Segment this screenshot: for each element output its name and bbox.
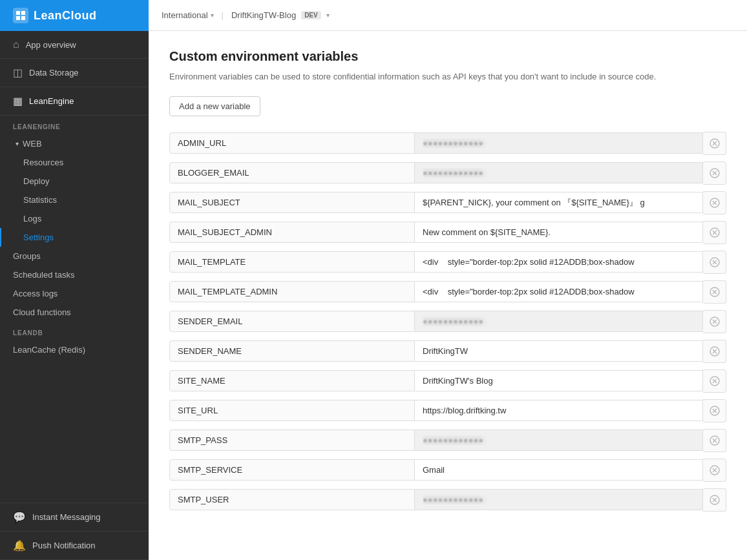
sidebar-item-deploy[interactable]: Deploy: [0, 172, 149, 191]
table-row: [169, 310, 726, 333]
sidebar-item-push-notification[interactable]: 🔔 Push Notification: [0, 532, 149, 560]
var-value-input[interactable]: [415, 162, 703, 183]
sidebar-item-resources[interactable]: Resources: [0, 153, 149, 172]
page-title: Custom environment variables: [169, 49, 726, 64]
nav-label: Data Storage: [29, 68, 79, 78]
var-key-input[interactable]: [169, 311, 415, 332]
variables-list: [169, 132, 726, 512]
table-row: [169, 280, 726, 304]
var-value-input[interactable]: [415, 340, 703, 362]
table-row: [169, 191, 726, 214]
database-icon: ◫: [13, 67, 23, 79]
var-key-input[interactable]: [169, 489, 415, 510]
logo-icon: [13, 8, 28, 23]
topbar-separator: |: [222, 10, 224, 20]
sidebar-item-settings[interactable]: Settings: [0, 228, 149, 247]
var-value-input[interactable]: [415, 370, 703, 391]
sidebar-item-statistics[interactable]: Statistics: [0, 191, 149, 209]
delete-variable-button[interactable]: [703, 191, 726, 214]
topbar-international[interactable]: International ▾: [162, 10, 214, 20]
delete-variable-button[interactable]: [703, 251, 726, 274]
table-row: [169, 251, 726, 274]
main-area: International ▾ | DriftKingTW-Blog DEV ▾…: [149, 0, 747, 560]
sidebar-item-groups[interactable]: Groups: [0, 247, 149, 265]
var-key-input[interactable]: [169, 400, 415, 421]
chevron-down-icon-2: ▾: [326, 12, 330, 19]
svg-rect-0: [16, 11, 20, 15]
sidebar-item-leanengine[interactable]: ▦ LeanEngine: [0, 87, 149, 116]
sidebar-item-instant-messaging[interactable]: 💬 Instant Messaging: [0, 503, 149, 532]
sidebar-logo[interactable]: LeanCloud: [0, 0, 149, 31]
delete-variable-button[interactable]: [703, 161, 726, 185]
content-area: Custom environment variables Environment…: [149, 31, 747, 560]
delete-variable-button[interactable]: [703, 280, 726, 304]
var-value-input[interactable]: [415, 132, 703, 154]
var-value-input[interactable]: [415, 400, 703, 421]
web-group-label: WEB: [23, 139, 42, 149]
env-badge: DEV: [301, 11, 321, 19]
delete-variable-button[interactable]: [703, 132, 726, 155]
var-key-input[interactable]: [169, 340, 415, 362]
nav-label: Push Notification: [32, 541, 96, 550]
var-key-input[interactable]: [169, 251, 415, 273]
chevron-down-icon: ▾: [16, 140, 19, 147]
sidebar-item-cloud-functions[interactable]: Cloud functions: [0, 303, 149, 322]
var-key-input[interactable]: [169, 281, 415, 302]
delete-variable-button[interactable]: [703, 340, 726, 363]
var-key-input[interactable]: [169, 132, 415, 154]
table-row: [169, 488, 726, 512]
logo-text: LeanCloud: [34, 9, 97, 23]
var-value-input[interactable]: [415, 459, 703, 481]
topbar-blog[interactable]: DriftKingTW-Blog: [231, 10, 296, 20]
topbar: International ▾ | DriftKingTW-Blog DEV ▾: [149, 0, 747, 31]
table-row: [169, 132, 726, 155]
delete-variable-button[interactable]: [703, 221, 726, 244]
delete-variable-button[interactable]: [703, 459, 726, 482]
var-value-input[interactable]: [415, 192, 703, 213]
engine-icon: ▦: [13, 95, 23, 107]
leandb-section-label: LEANDB: [0, 322, 149, 340]
leanengine-section-label: LEANENGINE: [0, 116, 149, 134]
table-row: [169, 459, 726, 482]
table-row: [169, 399, 726, 422]
delete-variable-button[interactable]: [703, 399, 726, 422]
var-value-input[interactable]: [415, 222, 703, 243]
page-description: Environment variables can be used to sto…: [169, 70, 726, 83]
nav-label: App overview: [26, 40, 76, 50]
home-icon: ⌂: [13, 39, 19, 50]
var-key-input[interactable]: [169, 430, 415, 451]
var-key-input[interactable]: [169, 222, 415, 243]
var-key-input[interactable]: [169, 162, 415, 183]
var-key-input[interactable]: [169, 192, 415, 213]
table-row: [169, 429, 726, 452]
var-key-input[interactable]: [169, 370, 415, 391]
sidebar-web-group[interactable]: ▾ WEB: [0, 134, 149, 153]
table-row: [169, 340, 726, 363]
add-variable-button[interactable]: Add a new variable: [169, 96, 260, 116]
nav-label: Instant Messaging: [32, 512, 101, 522]
table-row: [169, 221, 726, 244]
sidebar-item-scheduled-tasks[interactable]: Scheduled tasks: [0, 265, 149, 284]
chat-icon: 💬: [13, 511, 26, 523]
svg-rect-1: [21, 11, 25, 15]
delete-variable-button[interactable]: [703, 429, 726, 452]
var-value-input[interactable]: [415, 430, 703, 451]
var-value-input[interactable]: [415, 281, 703, 302]
nav-label: LeanEngine: [29, 96, 74, 106]
var-value-input[interactable]: [415, 489, 703, 510]
sidebar-item-data-storage[interactable]: ◫ Data Storage: [0, 59, 149, 87]
sidebar-item-logs[interactable]: Logs: [0, 209, 149, 228]
var-value-input[interactable]: [415, 311, 703, 332]
delete-variable-button[interactable]: [703, 310, 726, 333]
var-value-input[interactable]: [415, 251, 703, 273]
table-row: [169, 369, 726, 393]
sidebar-item-leancache[interactable]: LeanCache (Redis): [0, 340, 149, 359]
svg-rect-2: [16, 16, 20, 20]
delete-variable-button[interactable]: [703, 488, 726, 512]
chevron-down-icon: ▾: [211, 12, 214, 19]
delete-variable-button[interactable]: [703, 369, 726, 393]
bell-icon: 🔔: [13, 539, 26, 552]
var-key-input[interactable]: [169, 459, 415, 481]
sidebar-item-app-overview[interactable]: ⌂ App overview: [0, 31, 149, 59]
sidebar-item-access-logs[interactable]: Access logs: [0, 284, 149, 303]
